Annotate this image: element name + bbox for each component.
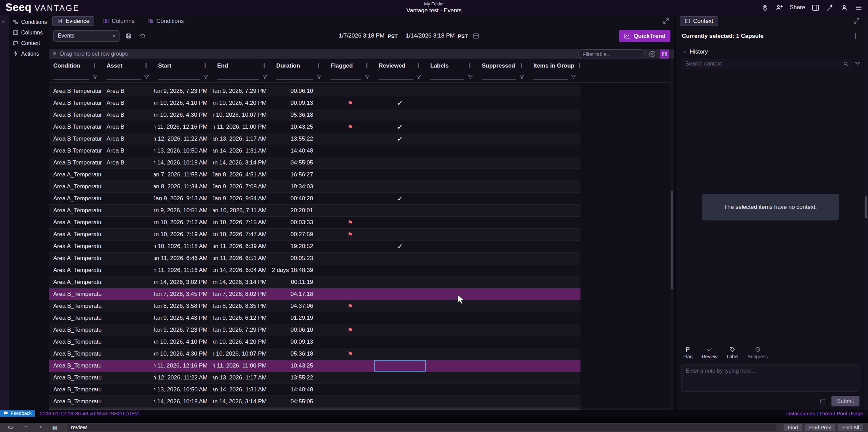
column-header-flagged[interactable]: Flagged⋮ [326,60,374,71]
cell-labels[interactable] [426,324,477,336]
cell-labels[interactable] [426,336,477,348]
cell-duration[interactable]: 00:06:10 [272,85,326,97]
cell-condition[interactable]: Area B_Temperature ... [49,336,102,348]
filter-input-line[interactable] [430,74,464,80]
cell-duration[interactable]: 00:03:33 [272,217,326,228]
calendar-icon[interactable] [473,32,479,39]
breadcrumb[interactable]: My Folder [424,1,444,6]
cell-reviewed[interactable] [374,276,426,288]
cell-reviewed[interactable] [374,157,426,169]
cell-flagged[interactable] [326,312,374,324]
table-row[interactable]: Area A_Temperature >...Jan 10, 2026, 11:… [49,241,580,253]
cell-duration[interactable]: 05:36:18 [272,109,326,121]
table-row[interactable]: Area A_Temperature >...Jan 10, 2026, 7:1… [49,217,580,229]
tab-conditions[interactable]: Conditions [143,16,188,26]
cell-condition[interactable]: Area B_Temperature ... [49,360,102,372]
table-row[interactable]: Area B_Temperature ...Jan 14, 2026, 10:1… [49,396,580,408]
cell-labels[interactable] [426,253,477,264]
cell-suppressed[interactable] [477,360,529,372]
column-menu-icon[interactable]: ⋮ [259,62,267,70]
column-header-asset[interactable]: Asset⋮ [102,60,154,71]
cell-items-in-group[interactable] [529,241,580,252]
table-row[interactable]: Area B_Temperature ...Jan 10, 2026, 4:30… [49,348,580,360]
table-row[interactable]: Area B_Temperature ...Jan 8, 2026, 3:58 … [49,300,580,312]
cell-reviewed[interactable] [374,384,426,395]
feedback-button[interactable]: Feedback [0,410,35,417]
table-row[interactable]: Area B Temperature > ...Area BJan 9, 202… [49,85,580,97]
cell-items-in-group[interactable] [529,97,580,109]
column-header-start[interactable]: Start⋮ [154,60,213,71]
cell-items-in-group[interactable] [529,193,580,204]
filter-input-line[interactable] [533,74,568,80]
cell-reviewed[interactable] [374,169,426,181]
cell-asset[interactable]: Area B [102,85,154,97]
status-links[interactable]: Datasources | Thread Pool Usage [786,411,868,416]
table-row[interactable]: Area A_Temperature >...Jan 14, 2026, 3:0… [49,276,580,288]
cell-labels[interactable] [426,157,477,169]
cell-start[interactable]: Jan 10, 2026, 4:10 PM [154,336,213,348]
cell-end[interactable]: Jan 10, 2026, 4:20 PM [213,336,272,348]
cell-asset[interactable]: Area B [102,121,154,133]
cell-condition[interactable]: Area A_Temperature >... [49,169,102,181]
cell-start[interactable]: Jan 7, 2026, 3:45 PM [154,288,213,300]
quicktrend-button[interactable]: QuickTrend [619,30,670,42]
review-action-button[interactable]: Review [702,346,717,359]
cell-suppressed[interactable] [477,348,529,360]
cell-start[interactable]: Jan 9, 2026, 7:23 PM [154,85,213,97]
cell-end[interactable]: Jan 9, 2026, 6:12 PM [213,312,272,324]
cell-reviewed[interactable] [374,205,426,216]
column-filter-reviewed[interactable] [374,71,426,82]
cell-end[interactable]: Jan 9, 2026, 7:29 PM [213,324,272,336]
cell-asset[interactable] [102,241,154,252]
cell-condition[interactable]: Area A_Temperature >... [49,229,102,240]
sidebar-item-context[interactable]: Context [9,38,49,48]
cell-condition[interactable]: Area A_Temperature >... [49,276,102,288]
cell-end[interactable]: Jan 14, 2026, 1:31 AM [213,384,272,395]
cell-suppressed[interactable] [477,288,529,300]
cell-reviewed[interactable] [374,336,426,348]
filter-input-line[interactable] [482,74,516,80]
cell-end[interactable]: Jan 10, 2026, 7:15 AM [213,217,272,228]
cell-end[interactable]: Jan 13, 2026, 1:17 AM [213,372,272,384]
cell-items-in-group[interactable] [529,121,580,133]
cell-end[interactable]: Jan 11, 2026, 6:39 AM [213,241,272,252]
clear-filter-icon[interactable] [648,50,656,58]
cell-end[interactable]: Jan 8, 2026, 8:35 PM [213,300,272,312]
column-header-items-in-group[interactable]: Items in Group⋮ [529,60,580,71]
cell-asset[interactable] [102,169,154,181]
cell-flagged[interactable]: ⚑ [326,121,374,133]
cell-items-in-group[interactable] [529,396,580,407]
filter-input-line[interactable] [331,74,361,80]
cell-duration[interactable]: 01:29:19 [272,312,326,324]
cell-asset[interactable] [102,348,154,360]
cell-asset[interactable]: Area B [102,109,154,121]
cell-labels[interactable] [426,312,477,324]
column-header-suppressed[interactable]: Suppressed⋮ [477,60,529,71]
cell-condition[interactable]: Area B Temperature > ... [49,85,102,97]
cell-reviewed[interactable]: ✓ [374,121,426,133]
cell-labels[interactable] [426,217,477,228]
match-case-icon[interactable]: Aa [5,424,16,431]
cell-asset[interactable] [102,181,154,192]
cell-condition[interactable]: Area A_Temperature >... [49,264,102,276]
cell-flagged[interactable] [326,181,374,192]
cell-suppressed[interactable] [477,396,529,407]
cell-condition[interactable]: Area B Temperature > ... [49,157,102,169]
filter-input-line[interactable] [217,74,259,80]
cell-end[interactable]: Jan 14, 2026, 3:14 PM [213,276,272,288]
cell-reviewed[interactable] [374,181,426,192]
flag-action-button[interactable]: Flag [683,346,692,359]
cell-start[interactable]: Jan 10, 2026, 4:30 PM [154,348,213,360]
cell-end[interactable]: Jan 10, 2026, 4:20 PM [213,97,272,109]
filter-funnel-icon[interactable] [416,74,421,80]
cell-suppressed[interactable] [477,169,529,181]
cell-suppressed[interactable] [477,181,529,192]
cell-condition[interactable]: Area A_Temperature >... [49,193,102,204]
cell-items-in-group[interactable] [529,372,580,384]
cell-asset[interactable] [102,253,154,264]
expand-panel-icon[interactable] [853,17,860,25]
cell-items-in-group[interactable] [529,169,580,181]
cell-end[interactable]: Jan 14, 2026, 3:14 PM [213,157,272,169]
table-row[interactable]: Area B_Temperature ...Jan 11, 2026, 12:1… [49,360,580,372]
cell-start[interactable]: Jan 11, 2026, 6:46 AM [154,253,213,264]
